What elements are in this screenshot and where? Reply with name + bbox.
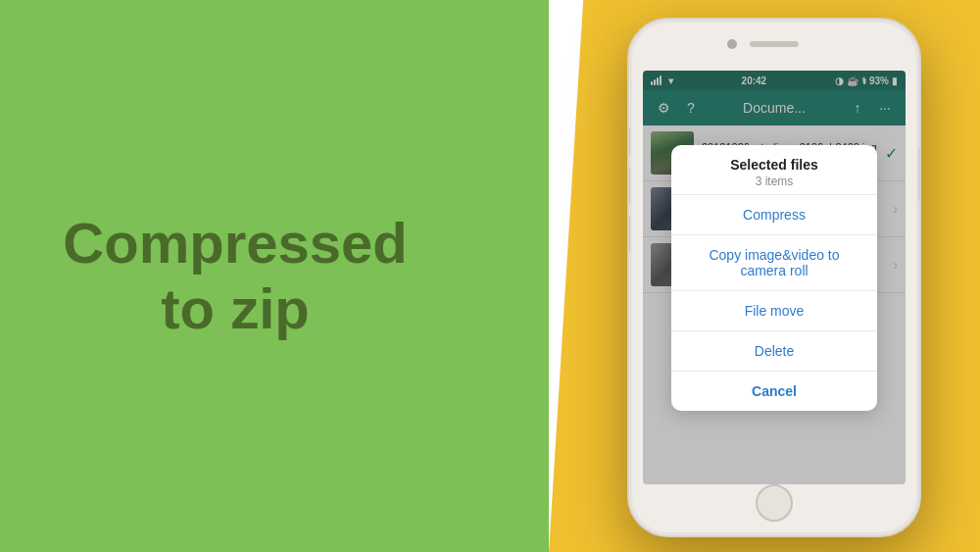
file-move-button[interactable]: File move <box>671 291 877 331</box>
phone-camera <box>727 39 737 49</box>
modal-subtitle: 3 items <box>687 175 861 188</box>
phone-vol-up-button <box>627 167 630 204</box>
cancel-button[interactable]: Cancel <box>671 372 877 411</box>
phone-shell: ▾ 20:42 ◑ ☕ ⚕ 93% ▮ ⚙ ? Docume... ↑ ··· <box>627 18 921 537</box>
phone-device: ▾ 20:42 ◑ ☕ ⚕ 93% ▮ ⚙ ? Docume... ↑ ··· <box>627 18 921 537</box>
phone-screen: ▾ 20:42 ◑ ☕ ⚕ 93% ▮ ⚙ ? Docume... ↑ ··· <box>643 71 906 484</box>
copy-to-camera-roll-button[interactable]: Copy image&video to camera roll <box>671 235 877 291</box>
phone-speaker <box>750 41 799 47</box>
delete-button[interactable]: Delete <box>671 331 877 372</box>
hero-title: Compressed to zip <box>63 211 407 341</box>
hero-title-line2: to zip <box>161 276 309 340</box>
phone-vol-down-button <box>627 216 630 253</box>
hero-title-line1: Compressed <box>63 211 407 275</box>
phone-home-button[interactable] <box>756 484 793 522</box>
modal-header: Selected files 3 items <box>671 145 877 195</box>
action-sheet-modal: Selected files 3 items Compress Copy ima… <box>671 145 877 411</box>
phone-mute-button <box>627 127 630 155</box>
modal-title: Selected files <box>687 157 861 173</box>
hero-section: Compressed to zip <box>0 0 470 552</box>
modal-overlay: Selected files 3 items Compress Copy ima… <box>643 71 906 484</box>
phone-power-button <box>918 147 921 201</box>
compress-button[interactable]: Compress <box>671 195 877 235</box>
